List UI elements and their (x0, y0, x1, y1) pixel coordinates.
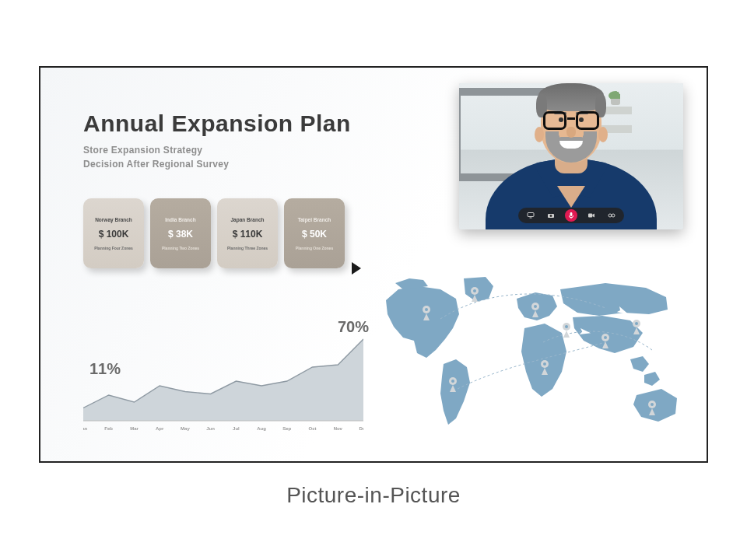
branch-name: India Branch (165, 217, 195, 222)
chart-end-label: 70% (338, 318, 369, 336)
branch-card[interactable]: Taipei Branch $ 50K Planning One Zones (284, 198, 345, 268)
svg-point-38 (608, 214, 612, 217)
svg-point-26 (635, 322, 638, 325)
svg-rect-36 (571, 218, 572, 219)
branch-name: Japan Branch (231, 217, 265, 222)
pip-toolbar (518, 208, 624, 223)
monitor-icon[interactable] (524, 209, 537, 222)
svg-text:Jan: Jan (83, 426, 88, 431)
svg-point-20 (543, 362, 546, 366)
pip-window[interactable] (459, 83, 683, 229)
mic-icon[interactable] (565, 209, 577, 222)
svg-text:May: May (181, 426, 190, 431)
svg-text:Feb: Feb (104, 426, 113, 431)
svg-rect-37 (588, 214, 592, 218)
branch-zones: Planning One Zones (296, 246, 333, 250)
world-map (372, 272, 683, 439)
next-card-icon[interactable] (352, 262, 361, 275)
svg-text:Oct: Oct (308, 426, 316, 431)
subtitle-line: Store Expansion Strategy (83, 145, 202, 156)
branch-amount: $ 50K (302, 229, 327, 240)
svg-point-24 (604, 336, 607, 339)
branch-card[interactable]: Norway Branch $ 100K Planning Four Zones (83, 198, 144, 268)
figure-caption: Picture-in-Picture (286, 483, 461, 508)
title-block: Annual Expansion Plan Store Expansion St… (83, 110, 351, 171)
svg-point-39 (612, 214, 615, 217)
branch-amount: $ 100K (99, 229, 129, 240)
branch-amount: $ 110K (233, 229, 263, 240)
svg-point-18 (534, 305, 537, 308)
svg-point-28 (651, 403, 654, 406)
svg-text:Aug: Aug (257, 426, 266, 431)
svg-text:Mar: Mar (130, 426, 139, 431)
svg-text:Jul: Jul (233, 426, 240, 431)
video-icon[interactable] (585, 209, 598, 222)
subtitle-line: Decision After Regional Survey (83, 159, 229, 170)
branch-name: Taipei Branch (298, 217, 331, 222)
branch-card[interactable]: Japan Branch $ 110K Planning Three Zones (217, 198, 278, 268)
svg-rect-35 (570, 212, 573, 216)
svg-point-30 (473, 289, 476, 292)
svg-text:Nov: Nov (334, 426, 343, 431)
svg-text:Sep: Sep (282, 426, 291, 431)
svg-rect-31 (528, 213, 534, 217)
plane-icon (486, 316, 499, 325)
svg-text:Apr: Apr (156, 426, 164, 431)
svg-point-34 (550, 215, 552, 217)
svg-rect-32 (530, 218, 532, 219)
slide-title: Annual Expansion Plan (83, 110, 351, 137)
map-pin-icon (563, 323, 570, 338)
chart-start-label: 11% (89, 360, 121, 378)
slide-subtitle: Store Expansion Strategy Decision After … (83, 143, 351, 171)
display-screen: Annual Expansion Plan Store Expansion St… (39, 66, 708, 463)
svg-point-16 (451, 380, 454, 383)
branch-amount: $ 38K (168, 229, 193, 240)
branch-name: Norway Branch (95, 217, 132, 222)
branch-card[interactable]: India Branch $ 38K Planning Two Zones (150, 198, 211, 268)
branch-zones: Planning Three Zones (227, 246, 268, 250)
svg-text:Dec: Dec (359, 426, 363, 431)
svg-point-22 (565, 325, 568, 328)
branch-zones: Planning Two Zones (162, 246, 199, 250)
branch-cards: Norway Branch $ 100K Planning Four Zones… (83, 198, 345, 268)
link-icon[interactable] (605, 209, 618, 222)
camera-icon[interactable] (545, 209, 557, 222)
stage: Annual Expansion Plan Store Expansion St… (0, 0, 747, 560)
branch-zones: Planning Four Zones (94, 246, 133, 250)
svg-text:Jun: Jun (206, 426, 215, 431)
area-chart: JanFebMarAprMayJunJulAugSepOctNovDec (83, 298, 363, 438)
svg-point-14 (425, 308, 428, 311)
